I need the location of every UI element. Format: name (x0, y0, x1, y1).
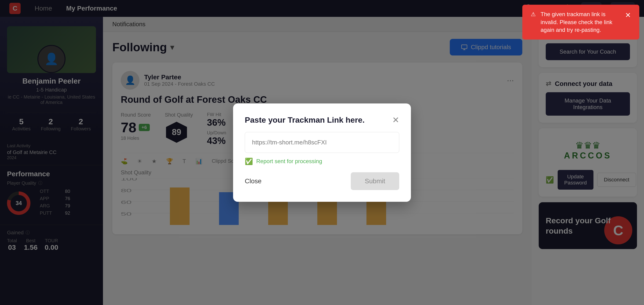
modal-success-message: ✅ Report sent for processing (245, 158, 399, 165)
modal-overlay: Paste your Trackman Link here. ✕ ✅ Repor… (0, 0, 644, 305)
modal-footer: Close Submit (245, 172, 399, 190)
modal-close-icon[interactable]: ✕ (392, 115, 399, 125)
modal-title: Paste your Trackman Link here. (245, 116, 364, 124)
modal-close-button[interactable]: Close (245, 178, 262, 185)
error-icon: ⚠ (531, 10, 536, 18)
toast-close-icon[interactable]: ✕ (625, 10, 631, 20)
modal-header: Paste your Trackman Link here. ✕ (245, 115, 399, 125)
success-icon: ✅ (245, 158, 253, 165)
error-message: The given trackman link is invalid. Plea… (540, 10, 620, 34)
error-toast: ⚠ The given trackman link is invalid. Pl… (522, 5, 639, 40)
modal-submit-button[interactable]: Submit (351, 172, 399, 190)
trackman-link-input[interactable] (245, 132, 399, 153)
trackman-modal: Paste your Trackman Link here. ✕ ✅ Repor… (233, 104, 411, 202)
